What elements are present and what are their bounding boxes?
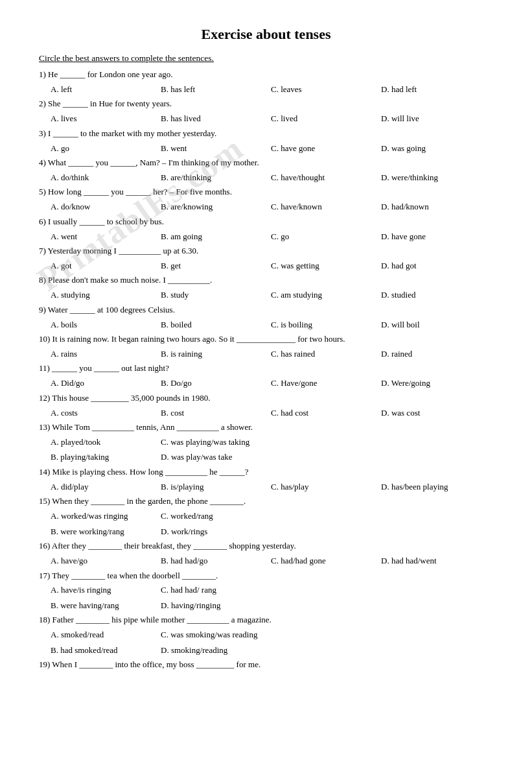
question-16: 16) After they ________ their breakfast,… (39, 540, 493, 567)
option-11-0-3[interactable]: D. Were/going (381, 377, 491, 390)
question-8: 8) Please don't make so much noise. I __… (39, 274, 493, 301)
option-17-1-0[interactable]: B. were having/rang (51, 599, 161, 612)
option-17-1-1[interactable]: D. having/ringing (161, 599, 271, 612)
option-2-0-1[interactable]: B. has lived (161, 112, 271, 125)
option-11-0-2[interactable]: C. Have/gone (271, 377, 381, 390)
option-4-0-2[interactable]: C. have/thought (271, 171, 381, 184)
option-5-0-1[interactable]: B. are/knowing (161, 200, 271, 213)
question-12: 12) This house _________ 35,000 pounds i… (39, 392, 493, 419)
question-10: 10) It is raining now. It began raining … (39, 333, 493, 360)
question-text-12: 12) This house _________ 35,000 pounds i… (39, 392, 493, 405)
option-10-0-1[interactable]: B. is raining (161, 348, 271, 361)
question-text-13: 13) While Tom __________ tennis, Ann ___… (39, 421, 493, 434)
option-6-0-0[interactable]: A. went (51, 230, 161, 243)
option-3-0-1[interactable]: B. went (161, 142, 271, 155)
option-1-0-2[interactable]: C. leaves (271, 83, 381, 96)
option-7-0-2[interactable]: C. was getting (271, 259, 381, 272)
option-12-0-1[interactable]: B. cost (161, 407, 271, 420)
question-text-2: 2) She ______ in Hue for twenty years. (39, 98, 493, 110)
option-3-0-0[interactable]: A. go (51, 142, 161, 155)
option-6-0-2[interactable]: C. go (271, 230, 381, 243)
option-7-0-3[interactable]: D. had got (381, 259, 491, 272)
option-11-0-1[interactable]: B. Do/go (161, 377, 271, 390)
option-16-0-3[interactable]: D. had had/went (381, 554, 491, 567)
question-text-6: 6) I usually ______ to school by bus. (39, 216, 493, 228)
option-1-0-3[interactable]: D. had left (381, 83, 491, 96)
options-row-7-0: A. gotB. getC. was gettingD. had got (51, 259, 493, 272)
option-10-0-2[interactable]: C. has rained (271, 348, 381, 361)
option-13-1-1[interactable]: D. was play/was take (161, 451, 271, 464)
option-1-0-0[interactable]: A. left (51, 83, 161, 96)
options-row-5-0: A. do/knowB. are/knowingC. have/knownD. … (51, 200, 493, 213)
option-14-0-3[interactable]: D. has/been playing (381, 480, 491, 493)
option-18-1-1[interactable]: D. smoking/reading (161, 644, 271, 657)
option-13-1-0[interactable]: B. playing/taking (51, 451, 161, 464)
question-6: 6) I usually ______ to school by bus.A. … (39, 216, 493, 243)
question-17: 17) They ________ tea when the doorbell … (39, 570, 493, 612)
option-15-0-1[interactable]: C. worked/rang (161, 510, 271, 523)
option-8-0-3[interactable]: D. studied (381, 289, 491, 302)
option-13-0-1[interactable]: C. was playing/was taking (161, 436, 271, 449)
option-14-0-0[interactable]: A. did/play (51, 480, 161, 493)
option-6-0-3[interactable]: D. have gone (381, 230, 491, 243)
question-7: 7) Yesterday morning I __________ up at … (39, 245, 493, 272)
option-17-0-0[interactable]: A. have/is ringing (51, 584, 161, 597)
option-13-0-0[interactable]: A. played/took (51, 436, 161, 449)
option-2-0-2[interactable]: C. lived (271, 112, 381, 125)
option-18-1-0[interactable]: B. had smoked/read (51, 644, 161, 657)
option-14-0-2[interactable]: C. has/play (271, 480, 381, 493)
option-5-0-0[interactable]: A. do/know (51, 200, 161, 213)
option-8-0-0[interactable]: A. studying (51, 289, 161, 302)
question-text-9: 9) Water ______ at 100 degrees Celsius. (39, 304, 493, 316)
option-6-0-1[interactable]: B. am going (161, 230, 271, 243)
question-text-5: 5) How long ______ you ______ her? – For… (39, 186, 493, 198)
question-text-18: 18) Father ________ his pipe while mothe… (39, 614, 493, 626)
option-5-0-3[interactable]: D. had/known (381, 200, 491, 213)
options-row-18-0: A. smoked/readC. was smoking/was reading (51, 628, 493, 641)
question-text-15: 15) When they ________ in the garden, th… (39, 495, 493, 508)
options-row-17-1: B. were having/rangD. having/ringing (51, 599, 493, 612)
question-text-10: 10) It is raining now. It began raining … (39, 333, 493, 346)
option-9-0-2[interactable]: C. is boiling (271, 318, 381, 331)
option-16-0-0[interactable]: A. have/go (51, 554, 161, 567)
option-15-1-0[interactable]: B. were working/rang (51, 525, 161, 538)
option-4-0-3[interactable]: D. were/thinking (381, 171, 491, 184)
option-12-0-0[interactable]: A. costs (51, 407, 161, 420)
options-row-15-1: B. were working/rangD. work/rings (51, 525, 493, 538)
option-10-0-0[interactable]: A. rains (51, 348, 161, 361)
option-7-0-1[interactable]: B. get (161, 259, 271, 272)
option-1-0-1[interactable]: B. has left (161, 83, 271, 96)
question-text-17: 17) They ________ tea when the doorbell … (39, 570, 493, 582)
option-3-0-3[interactable]: D. was going (381, 142, 491, 155)
option-4-0-1[interactable]: B. are/thinking (161, 171, 271, 184)
option-12-0-3[interactable]: D. was cost (381, 407, 491, 420)
option-4-0-0[interactable]: A. do/think (51, 171, 161, 184)
option-2-0-3[interactable]: D. will live (381, 112, 491, 125)
option-16-0-2[interactable]: C. had/had gone (271, 554, 381, 567)
option-3-0-2[interactable]: C. have gone (271, 142, 381, 155)
options-row-2-0: A. livesB. has livedC. livedD. will live (51, 112, 493, 125)
option-2-0-0[interactable]: A. lives (51, 112, 161, 125)
option-18-0-1[interactable]: C. was smoking/was reading (161, 628, 271, 641)
option-8-0-2[interactable]: C. am studying (271, 289, 381, 302)
option-7-0-0[interactable]: A. got (51, 259, 161, 272)
question-9: 9) Water ______ at 100 degrees Celsius.A… (39, 304, 493, 331)
option-15-0-0[interactable]: A. worked/was ringing (51, 510, 161, 523)
question-14: 14) Mike is playing chess. How long ____… (39, 466, 493, 493)
option-17-0-1[interactable]: C. had had/ rang (161, 584, 271, 597)
instruction-text: Circle the best answers to complete the … (39, 53, 493, 64)
option-12-0-2[interactable]: C. had cost (271, 407, 381, 420)
option-10-0-3[interactable]: D. rained (381, 348, 491, 361)
option-9-0-1[interactable]: B. boiled (161, 318, 271, 331)
option-16-0-1[interactable]: B. had had/go (161, 554, 271, 567)
option-9-0-3[interactable]: D. will boil (381, 318, 491, 331)
option-14-0-1[interactable]: B. is/playing (161, 480, 271, 493)
option-8-0-1[interactable]: B. study (161, 289, 271, 302)
option-18-0-0[interactable]: A. smoked/read (51, 628, 161, 641)
option-5-0-2[interactable]: C. have/known (271, 200, 381, 213)
options-row-11-0: A. Did/goB. Do/goC. Have/goneD. Were/goi… (51, 377, 493, 390)
option-11-0-0[interactable]: A. Did/go (51, 377, 161, 390)
option-9-0-0[interactable]: A. boils (51, 318, 161, 331)
page-title: Exercise about tenses (39, 26, 493, 43)
option-15-1-1[interactable]: D. work/rings (161, 525, 271, 538)
